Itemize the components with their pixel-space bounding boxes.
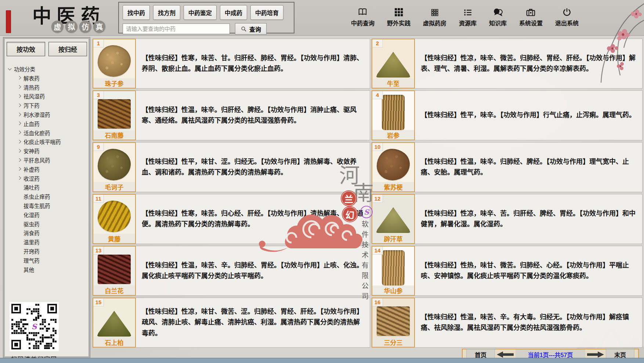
menu-item-中药查询[interactable]: 中药查询 — [351, 7, 375, 27]
menu-item-资源库[interactable]: 资源库 — [459, 7, 477, 27]
search-panel: 找中药找方剂中药鉴定中成药中药培育 查询 — [118, 2, 294, 33]
herb-image-紫苏梗[interactable]: 10 紫苏梗 — [372, 142, 415, 192]
herb-image-石南藤[interactable]: 3 石南藤 — [93, 90, 136, 140]
menu-item-系统设置[interactable]: 系统设置 — [519, 7, 543, 27]
menu-item-野外实践[interactable]: 野外实践 — [387, 7, 410, 27]
next-page-arrow-icon[interactable] — [587, 351, 604, 358]
search-button[interactable]: 查询 — [235, 23, 267, 35]
menu-item-知识库[interactable]: 知识库 — [489, 7, 507, 27]
tree-item-label: 化痰止咳平喘药 — [23, 138, 61, 145]
chevron-down-icon — [8, 67, 12, 70]
herb-description: 【性味归经】性寒，味苦、甘。归肝经、肺经、胃经。【功效与作用】清肺、养阴、散瘀止… — [136, 39, 370, 89]
herb-image-石上柏[interactable]: 15 石上柏 — [93, 298, 136, 348]
header-bar: 中医药 虚 拟 仿 真 找中药找方剂中药鉴定中成药中药培育 查询 中药查询 野外… — [0, 0, 644, 36]
footer-strip — [0, 358, 644, 363]
sidebar-tabs: 按功效 按归经 — [3, 37, 90, 59]
tab-by-efficacy[interactable]: 按功效 — [7, 42, 45, 56]
search-input[interactable] — [123, 24, 230, 34]
tree-item-泻下药[interactable]: 泻下药 — [8, 101, 90, 110]
herb-image-黄藤[interactable]: 11 黄藤 — [93, 194, 136, 244]
tree-item-解表药[interactable]: 解表药 — [8, 73, 90, 83]
tree-item-清热药[interactable]: 清热药 — [8, 83, 90, 92]
tree-item-祛风湿药[interactable]: 祛风湿药 — [8, 92, 90, 101]
herb-card: 14 华山参 【性味归经】性热，味甘、微苦。归肺经、心经。【功效与作用】平喘止咳… — [372, 246, 643, 296]
herb-name: 白兰花 — [93, 285, 135, 295]
herb-name: 石南藤 — [93, 130, 135, 140]
tree-item-涌吐药[interactable]: 涌吐药 — [8, 183, 90, 192]
herb-number: 1 — [93, 39, 104, 47]
chevron-right-icon — [18, 103, 21, 107]
herb-name: 辟汗草 — [372, 234, 414, 243]
tab-by-meridian[interactable]: 按归经 — [48, 42, 87, 56]
herb-image-三分三[interactable]: 16 三分三 — [372, 298, 415, 348]
menu-item-虚拟药房[interactable]: 虚拟药房 — [423, 7, 446, 27]
tree-item-拔毒生肌药[interactable]: 拔毒生肌药 — [8, 201, 90, 210]
herb-card-grid: 1 珠子参 【性味归经】性寒，味苦、甘。归肝经、肺经、胃经。【功效与作用】清肺、… — [93, 39, 643, 348]
chevron-right-icon — [18, 149, 21, 152]
book-icon — [358, 7, 368, 17]
tree-item-活血化瘀药[interactable]: 活血化瘀药 — [8, 128, 90, 137]
nav-button-中药鉴定[interactable]: 中药鉴定 — [184, 5, 217, 20]
chevron-right-icon — [18, 140, 21, 144]
tree-item-补虚药[interactable]: 补虚药 — [8, 165, 90, 174]
nav-button-找方剂[interactable]: 找方剂 — [153, 5, 180, 20]
herb-image-毛诃子[interactable]: 9 毛诃子 — [93, 142, 136, 192]
herb-description: 【性味归经】性凉，味辛、苦。归肝经、脾经、胃经。【功效与作用】和中健胃，解暑化湿… — [415, 194, 643, 244]
nav-button-中成药[interactable]: 中成药 — [220, 5, 247, 20]
tree-item-止血药[interactable]: 止血药 — [8, 119, 90, 128]
herb-card: 4 岩参 【性味归经】性平，味辛。【功效与作用】行气止痛，止泻痢。属理气药。 — [372, 90, 643, 140]
chevron-right-icon — [18, 76, 21, 80]
herb-image-珠子参[interactable]: 1 珠子参 — [93, 39, 136, 89]
tree-item-安神药[interactable]: 安神药 — [8, 146, 90, 155]
herb-image-白兰花[interactable]: 13 白兰花 — [93, 246, 136, 296]
tree-item-理气药[interactable]: 理气药 — [8, 256, 90, 265]
tree-item-温里药[interactable]: 温里药 — [8, 237, 90, 247]
tree-item-平肝息风药[interactable]: 平肝息风药 — [8, 155, 90, 165]
herb-description: 【性味归经】性热，味甘、微苦。归肺经、心经。【功效与作用】平喘止咳、安神镇惊。属… — [415, 246, 643, 296]
tree-item-化湿药[interactable]: 化湿药 — [8, 210, 90, 219]
tree-item-label: 清热药 — [23, 83, 40, 91]
tree-root-efficacy-category[interactable]: 功效分类 — [8, 64, 90, 73]
menu-item-label: 退出系统 — [555, 18, 579, 27]
nav-button-中药培育[interactable]: 中药培育 — [250, 5, 283, 20]
tree-item-杀虫止痒药[interactable]: 杀虫止痒药 — [8, 192, 90, 201]
tree-item-label: 利水渗湿药 — [23, 111, 50, 118]
herb-name: 黄藤 — [93, 234, 135, 243]
tree-item-开窍药[interactable]: 开窍药 — [8, 247, 90, 256]
previous-page-arrow-icon[interactable] — [497, 351, 514, 358]
search-button-label: 查询 — [249, 25, 261, 33]
tree-item-label: 驱虫药 — [23, 220, 40, 228]
herb-number: 9 — [93, 143, 104, 151]
herb-description: 【性味归经】性温，味辛。归肺经、脾经。【功效与作用】理气宽中、止痛、安胎。属理气… — [415, 142, 643, 192]
tree-item-驱虫药[interactable]: 驱虫药 — [8, 219, 90, 229]
list-icon — [463, 7, 473, 17]
herb-image-华山参[interactable]: 14 华山参 — [372, 246, 415, 296]
tree-item-label: 理气药 — [23, 256, 40, 264]
tree-item-label: 收涩药 — [23, 175, 40, 182]
tree-item-label: 温里药 — [23, 238, 40, 246]
herb-image-牛至[interactable]: 2 牛至 — [372, 39, 415, 89]
herb-description: 【性味归经】性凉，味辛、微苦。归肺经、胃经、肝经。【功效与作用】解表、理气、清暑… — [415, 39, 643, 89]
red-seal-icon — [6, 10, 11, 33]
herb-card: 3 石南藤 【性味归经】性温，味辛。归肝经、脾经。【功效与作用】消肿止痛、驱风寒… — [93, 90, 370, 140]
herb-image-辟汗草[interactable]: 12 辟汗草 — [372, 194, 415, 244]
tree-item-其他[interactable]: 其他 — [8, 265, 90, 274]
herb-image-岩参[interactable]: 4 岩参 — [372, 90, 415, 140]
tree-item-label: 开窍药 — [23, 247, 40, 255]
tree-item-化痰止咳平喘药[interactable]: 化痰止咳平喘药 — [8, 137, 90, 147]
tree-item-收涩药[interactable]: 收涩药 — [8, 174, 90, 183]
herb-description: 【性味归经】性温，味辛。归肝经、脾经。【功效与作用】消肿止痛、驱风寒、通经络。属… — [136, 90, 370, 140]
menu-item-label: 虚拟药房 — [423, 18, 446, 27]
menu-item-退出系统[interactable]: 退出系统 — [555, 7, 579, 27]
herb-number: 12 — [372, 195, 383, 203]
category-tree: 功效分类 解表药 清热药 祛风湿药 泻下药 利水渗湿药 止血药 活血化瘀药 化痰… — [3, 59, 90, 274]
tree-item-消食药[interactable]: 消食药 — [8, 229, 90, 238]
chevron-right-icon — [18, 176, 21, 180]
herb-description: 【性味归经】性凉，味甘、微苦、涩。归肺经、胃经、肝经。【功效与作用】疏风、清肺止… — [136, 298, 370, 348]
tree-item-利水渗湿药[interactable]: 利水渗湿药 — [8, 110, 90, 119]
pharmacy-grid-icon — [430, 7, 439, 17]
herb-number: 11 — [93, 195, 104, 203]
tree-item-list: 解表药 清热药 祛风湿药 泻下药 利水渗湿药 止血药 活血化瘀药 化痰止咳平喘药… — [8, 73, 90, 274]
nav-button-找中药[interactable]: 找中药 — [123, 5, 150, 20]
tree-item-label: 拔毒生肌药 — [23, 202, 50, 209]
